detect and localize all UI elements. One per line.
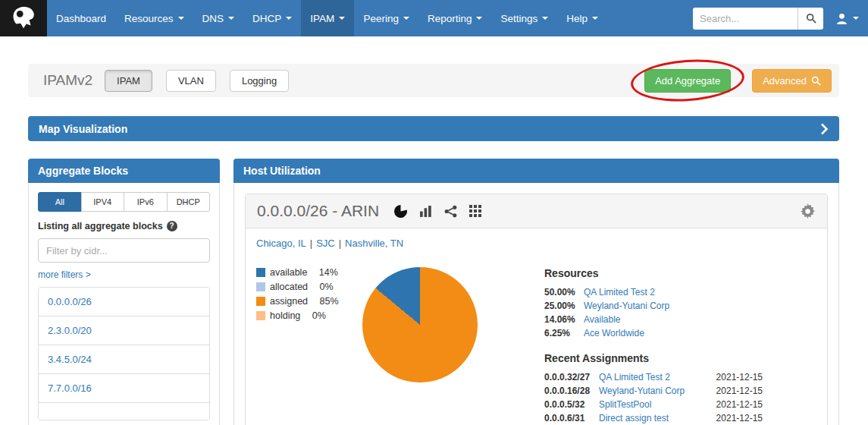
assignment-date: 2021-12-15 (710, 386, 763, 396)
search-icon (806, 13, 816, 24)
app-logo[interactable] (0, 0, 47, 36)
breadcrumb: Chicago, IL|SJC|Nashville, TN (256, 238, 816, 249)
list-item[interactable]: 7.7.0.0/16 (39, 373, 209, 402)
user-menu[interactable] (835, 12, 859, 25)
filter-tab-dhcp[interactable]: DHCP (167, 192, 211, 212)
resource-link[interactable]: QA Limited Test 2 (584, 287, 655, 298)
legend-item: allocated 0% (256, 282, 362, 292)
nav-item-peering[interactable]: Peering (354, 0, 418, 36)
resource-row: 6.25%Ace Worldwide (544, 328, 763, 338)
more-filters-link[interactable]: more filters > (38, 269, 91, 280)
list-item[interactable]: 0.0.0.0/26 (39, 288, 209, 316)
chevron-right-icon (820, 123, 829, 135)
assignment-row: 0.0.0.32/27QA Limited Test 22021-12-15 (544, 372, 763, 382)
resources-heading: Resources (544, 267, 763, 279)
legend-item: available 14% (256, 267, 362, 278)
chevron-down-icon (853, 17, 859, 20)
chevron-down-icon (403, 17, 409, 20)
grid-icon[interactable] (469, 205, 481, 217)
resource-row: 50.00%QA Limited Test 2 (544, 287, 763, 298)
nav-item-settings[interactable]: Settings (491, 0, 557, 36)
panel-title: Aggregate Blocks (28, 159, 220, 183)
help-icon[interactable]: ? (167, 221, 177, 231)
list-item[interactable]: 3.4.5.0/24 (39, 345, 209, 373)
chevron-down-icon (476, 17, 482, 20)
page-header: IPAMv2 IPAM VLAN Logging Add Aggregate A… (28, 64, 839, 97)
tab-ipam[interactable]: IPAM (105, 70, 152, 92)
breadcrumb-link[interactable]: SJC (316, 238, 335, 249)
advanced-button[interactable]: Advanced (752, 69, 832, 93)
pie-chart-icon[interactable] (394, 205, 407, 218)
assignment-date: 2021-12-15 (710, 372, 763, 382)
legend-item: holding 0% (256, 310, 362, 321)
chevron-down-icon (228, 17, 234, 20)
legend-swatch (256, 311, 265, 320)
host-utilization-panel: Host Utilization 0.0.0.0/26 - ARIN (233, 159, 839, 425)
assignment-link[interactable]: Direct assign test (599, 413, 710, 423)
search-button[interactable] (797, 8, 823, 30)
panel-title: Host Utilization (233, 159, 839, 183)
gear-icon[interactable] (800, 203, 816, 219)
nav-item-reporting[interactable]: Reporting (418, 0, 492, 36)
pie-legend: available 14% allocated 0% assigned 85% … (256, 267, 362, 425)
assignment-row: 0.0.0.6/31Direct assign test2021-12-15 (544, 413, 763, 423)
block-title: 0.0.0.0/26 - ARIN (257, 202, 379, 220)
assignment-date: 2021-12-15 (710, 413, 763, 423)
filter-tab-all[interactable]: All (38, 192, 82, 212)
page-title: IPAMv2 (43, 72, 92, 89)
block-type-filter: All IPV4 IPv6 DHCP (38, 192, 210, 212)
chevron-down-icon (286, 17, 292, 20)
nav-item-dns[interactable]: DNS (193, 0, 244, 36)
assignment-row: 0.0.0.5/32SplitTestPool2021-12-15 (544, 399, 763, 410)
assignment-row: 0.0.0.16/28Weyland-Yutani Corp2021-12-15 (544, 386, 763, 396)
assignment-date: 2021-12-15 (710, 399, 763, 410)
resource-row: 14.06%Available (544, 314, 763, 325)
resource-link[interactable]: Ace Worldwide (584, 328, 644, 338)
map-visualization-bar[interactable]: Map Visualization (28, 116, 839, 141)
ram-logo-icon (8, 4, 39, 33)
search-input[interactable] (693, 8, 797, 30)
resource-row: 25.00%Weyland-Yutani Corp (544, 301, 763, 311)
bar-chart-icon[interactable] (419, 205, 432, 218)
assignment-link[interactable]: QA Limited Test 2 (599, 372, 710, 382)
nav-item-dashboard[interactable]: Dashboard (47, 0, 115, 36)
legend-swatch (256, 282, 265, 291)
add-aggregate-button[interactable]: Add Aggregate (644, 69, 731, 93)
filter-tab-ipv4[interactable]: IPV4 (81, 192, 125, 212)
recent-assignments-heading: Recent Assignments (544, 352, 763, 364)
utilization-pie-chart (362, 267, 478, 382)
nav-item-ipam[interactable]: IPAM (301, 0, 354, 36)
list-item[interactable]: 2.3.0.0/20 (39, 316, 209, 345)
aggregate-blocks-panel: Aggregate Blocks All IPV4 IPv6 DHCP List… (28, 159, 220, 425)
assignment-link[interactable]: SplitTestPool (599, 399, 710, 410)
legend-swatch (256, 268, 265, 277)
resource-link[interactable]: Available (584, 314, 620, 325)
assignment-link[interactable]: Weyland-Yutani Corp (599, 386, 710, 396)
resource-link[interactable]: Weyland-Yutani Corp (584, 301, 669, 311)
main-nav: Dashboard Resources DNS DHCP IPAM Peerin… (47, 0, 607, 36)
chevron-down-icon (592, 17, 598, 20)
search-icon (811, 76, 821, 86)
legend-swatch (256, 297, 265, 306)
nav-item-dhcp[interactable]: DHCP (243, 0, 301, 36)
share-icon[interactable] (444, 205, 457, 218)
listing-label: Listing all aggregate blocks (38, 221, 163, 231)
nav-item-help[interactable]: Help (557, 0, 607, 36)
tab-vlan[interactable]: VLAN (166, 70, 216, 92)
list-item[interactable] (39, 402, 209, 420)
filter-tab-ipv6[interactable]: IPv6 (124, 192, 168, 212)
chevron-down-icon (339, 17, 345, 20)
chevron-down-icon (542, 17, 548, 20)
user-icon (835, 12, 848, 25)
top-navbar: Dashboard Resources DNS DHCP IPAM Peerin… (0, 0, 868, 36)
aggregate-block-list: 0.0.0.0/26 2.3.0.0/20 3.4.5.0/24 7.7.0.0… (38, 287, 210, 420)
chevron-down-icon (178, 17, 184, 20)
nav-item-resources[interactable]: Resources (115, 0, 193, 36)
legend-item: assigned 85% (256, 296, 362, 307)
breadcrumb-link[interactable]: Chicago, IL (256, 238, 306, 249)
cidr-filter-input[interactable] (38, 238, 210, 263)
breadcrumb-link[interactable]: Nashville, TN (345, 238, 403, 249)
tab-logging[interactable]: Logging (230, 70, 289, 92)
